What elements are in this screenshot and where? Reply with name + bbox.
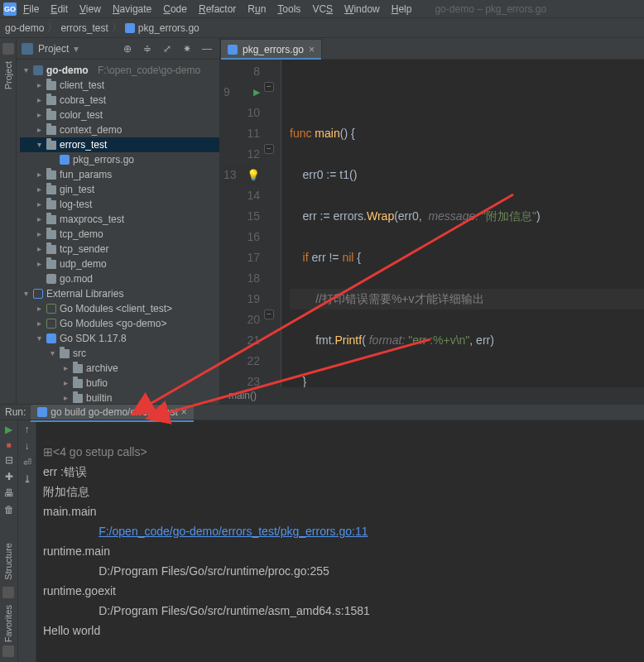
tree-folder[interactable]: ▸udp_demo bbox=[20, 257, 219, 271]
editor-breadcrumb[interactable]: main() bbox=[220, 387, 644, 404]
editor-tab-label: pkg_errors.go bbox=[243, 44, 304, 55]
crumb-file-label: pkg_errors.go bbox=[138, 22, 199, 34]
menu-edit[interactable]: Edit bbox=[46, 2, 73, 17]
tree-folder-selected[interactable]: ▾errors_test bbox=[20, 137, 219, 152]
select-opened-icon[interactable]: ⊕ bbox=[120, 41, 135, 56]
layout-icon[interactable]: ⊟ bbox=[5, 454, 13, 466]
window-title: go-demo – pkg_errors.go bbox=[435, 3, 546, 15]
run-gutter-icon[interactable]: ▶ bbox=[253, 82, 260, 103]
project-panel-title: Project bbox=[38, 43, 69, 55]
tree-module[interactable]: ▸Go Modules <client_test> bbox=[20, 301, 219, 316]
tree-folder[interactable]: ▸tcp_sender bbox=[20, 242, 219, 257]
library-icon bbox=[33, 289, 43, 299]
tree-module[interactable]: ▸Go Modules <go-demo> bbox=[20, 316, 219, 331]
project-tree[interactable]: ▾go-demo F:\open_code\go-demo ▸client_te… bbox=[17, 60, 219, 404]
folder-icon bbox=[46, 141, 56, 150]
module-icon bbox=[33, 65, 43, 75]
tree-folder[interactable]: ▸archive bbox=[20, 361, 219, 376]
code-editor[interactable]: 8 9▶ 10 11 12 13💡 14 15 16 17 18 19 20 2… bbox=[220, 60, 644, 387]
menu-code[interactable]: Code bbox=[158, 2, 192, 17]
tree-folder[interactable]: ▸builtin bbox=[20, 391, 219, 404]
editor-tab[interactable]: pkg_errors.go × bbox=[220, 39, 322, 59]
go-file-icon bbox=[125, 23, 135, 33]
tree-folder[interactable]: ▸fun_params bbox=[20, 167, 219, 182]
tree-sdk[interactable]: ▾Go SDK 1.17.8 bbox=[20, 331, 219, 346]
crumb-root[interactable]: go-demo bbox=[5, 22, 44, 34]
editor-area: pkg_errors.go × 8 9▶ 10 11 12 13💡 14 15 … bbox=[220, 38, 644, 404]
menu-navigate[interactable]: Navigate bbox=[108, 2, 156, 17]
favorites-tool-icon[interactable] bbox=[2, 645, 14, 657]
collapse-icon[interactable]: ⤢ bbox=[160, 41, 175, 56]
up-icon[interactable]: ↑ bbox=[25, 424, 30, 435]
rerun-icon[interactable]: ▶ bbox=[5, 424, 12, 435]
menu-window[interactable]: Window bbox=[339, 2, 385, 17]
trash-icon[interactable]: 🗑 bbox=[4, 504, 14, 516]
run-panel: Run: go build go-demo/errors_test × ▶ ■ … bbox=[0, 404, 644, 662]
go-run-icon bbox=[37, 407, 47, 417]
tree-root[interactable]: ▾go-demo F:\open_code\go-demo bbox=[20, 63, 219, 78]
bulb-icon[interactable]: 💡 bbox=[247, 165, 260, 185]
menu-refactor[interactable]: Refactor bbox=[194, 2, 241, 17]
favorites-tool-label[interactable]: Favorites bbox=[3, 605, 13, 642]
folder-icon bbox=[46, 245, 56, 254]
run-config-tab[interactable]: go build go-demo/errors_test × bbox=[31, 405, 193, 420]
crumb-file[interactable]: pkg_errors.go bbox=[125, 22, 199, 34]
wrap-icon[interactable]: ⏎ bbox=[23, 457, 31, 468]
tree-folder[interactable]: ▸log-test bbox=[20, 197, 219, 212]
project-tool-label[interactable]: Project bbox=[3, 61, 13, 89]
scroll-icon[interactable]: ⤓ bbox=[23, 473, 31, 485]
tree-folder[interactable]: ▸tcp_demo bbox=[20, 227, 219, 242]
folder-icon bbox=[73, 364, 83, 373]
run-label: Run: bbox=[5, 406, 26, 418]
tree-folder[interactable]: ▸context_demo bbox=[20, 122, 219, 137]
menu-view[interactable]: View bbox=[74, 2, 106, 17]
console-output[interactable]: ⊞<4 go setup calls> err :错误 附加信息 main.ma… bbox=[36, 420, 644, 662]
pin-icon[interactable]: ✚ bbox=[5, 471, 13, 482]
tree-file[interactable]: pkg_errors.go bbox=[20, 152, 219, 167]
code-body[interactable]: func main() { err0 := t1() err := errors… bbox=[281, 60, 644, 387]
fold-gutter: − − − bbox=[267, 60, 281, 387]
project-tool-icon[interactable] bbox=[2, 43, 14, 55]
structure-tool-label[interactable]: Structure bbox=[3, 543, 13, 580]
tree-external-libs[interactable]: ▾External Libraries bbox=[20, 286, 219, 301]
print-icon[interactable]: 🖶 bbox=[4, 487, 14, 499]
tree-folder[interactable]: ▸client_test bbox=[20, 78, 219, 93]
tree-folder[interactable]: ▸bufio bbox=[20, 376, 219, 391]
tree-folder[interactable]: ▸gin_test bbox=[20, 182, 219, 197]
tree-root-path: F:\open_code\go-demo bbox=[98, 63, 200, 78]
close-icon[interactable]: × bbox=[181, 406, 187, 418]
project-view-icon bbox=[22, 43, 33, 55]
tree-folder[interactable]: ▸color_test bbox=[20, 108, 219, 122]
folder-icon bbox=[60, 349, 70, 358]
crumb-folder[interactable]: errors_test bbox=[60, 22, 108, 34]
go-file-icon bbox=[228, 45, 238, 55]
down-icon[interactable]: ↓ bbox=[25, 440, 30, 452]
stack-link[interactable]: F:/open_code/go-demo/errors_test/pkg_err… bbox=[99, 525, 368, 538]
sdk-icon bbox=[46, 333, 56, 343]
module-icon bbox=[46, 304, 56, 314]
settings-icon[interactable]: ✷ bbox=[180, 41, 195, 56]
menu-help[interactable]: Help bbox=[387, 2, 417, 17]
folder-icon bbox=[46, 260, 56, 269]
menu-file[interactable]: File bbox=[18, 2, 44, 17]
folder-icon bbox=[46, 126, 56, 135]
hide-panel-icon[interactable]: — bbox=[199, 41, 214, 56]
run-header: Run: go build go-demo/errors_test × bbox=[0, 405, 644, 420]
close-icon[interactable]: × bbox=[309, 44, 315, 55]
structure-tool-icon[interactable] bbox=[2, 587, 14, 598]
folder-icon bbox=[46, 111, 56, 120]
tree-file-gomod[interactable]: go.mod bbox=[20, 271, 219, 286]
menu-vcs[interactable]: VCS bbox=[307, 2, 338, 17]
tree-folder[interactable]: ▸cobra_test bbox=[20, 93, 219, 108]
stop-icon[interactable]: ■ bbox=[6, 440, 11, 449]
file-icon bbox=[46, 274, 56, 284]
folder-icon bbox=[73, 379, 83, 388]
expand-all-icon[interactable]: ≑ bbox=[140, 41, 155, 56]
module-icon bbox=[46, 319, 56, 329]
run-config-label: go build go-demo/errors_test bbox=[50, 406, 177, 418]
left-tool-strip: Project bbox=[0, 38, 17, 404]
tree-folder[interactable]: ▸maxprocs_test bbox=[20, 212, 219, 227]
menu-run[interactable]: Run bbox=[243, 2, 271, 17]
tree-folder-src[interactable]: ▾src bbox=[20, 346, 219, 361]
menu-tools[interactable]: Tools bbox=[272, 2, 305, 17]
